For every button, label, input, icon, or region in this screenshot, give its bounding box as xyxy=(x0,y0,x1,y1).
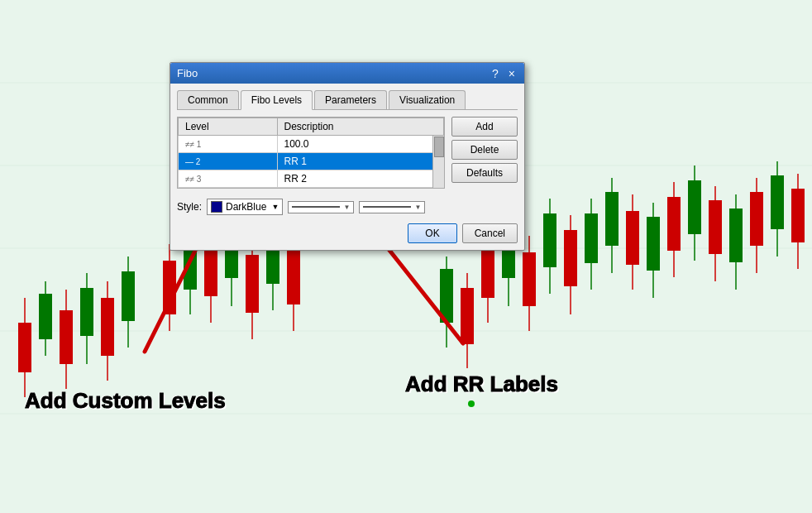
levels-table: Level Description ≠≠ 1 100.0 — xyxy=(178,117,444,188)
help-button[interactable]: ? xyxy=(490,68,501,79)
cancel-button[interactable]: Cancel xyxy=(462,223,518,243)
level-desc-3: RR 2 xyxy=(277,170,444,188)
line-preview-1 xyxy=(292,206,340,208)
color-dropdown[interactable]: DarkBlue ▼ xyxy=(207,199,283,215)
delete-button[interactable]: Delete xyxy=(451,140,518,160)
level-desc-2: RR 1 xyxy=(277,153,444,170)
dialog-title-controls: ? × xyxy=(490,68,518,79)
color-swatch xyxy=(211,201,222,213)
color-dropdown-arrow: ▼ xyxy=(271,203,279,211)
table-section: Level Description ≠≠ 1 100.0 — xyxy=(177,117,445,189)
content-area: Level Description ≠≠ 1 100.0 — xyxy=(177,117,518,189)
tab-visualization[interactable]: Visualization xyxy=(389,90,466,109)
defaults-button[interactable]: Defaults xyxy=(451,163,518,183)
dialog-title: Fibo xyxy=(177,67,198,79)
ok-button[interactable]: OK xyxy=(408,223,456,243)
chevron-down-icon-1: ▼ xyxy=(343,204,350,211)
style-row: Style: DarkBlue ▼ ▼ ▼ xyxy=(177,195,518,215)
dialog-body: Common Fibo Levels Parameters Visualizat… xyxy=(170,84,524,250)
line-style-dropdown-1[interactable]: ▼ xyxy=(288,201,354,213)
level-icon-3: ≠≠ 3 xyxy=(179,170,278,188)
tab-common[interactable]: Common xyxy=(177,90,239,109)
table-row[interactable]: ≠≠ 1 100.0 xyxy=(179,136,444,153)
color-name: DarkBlue xyxy=(226,201,266,213)
line-preview-2 xyxy=(363,206,411,208)
chevron-down-icon-2: ▼ xyxy=(414,204,421,211)
dialog-titlebar: Fibo ? × xyxy=(170,63,524,84)
dialog-overlay: Fibo ? × Common Fibo Levels Parameters V… xyxy=(0,0,812,513)
line-style-dropdown-2[interactable]: ▼ xyxy=(359,201,425,213)
level-icon-2: — 2 xyxy=(179,153,278,170)
table-row-selected[interactable]: — 2 RR 1 xyxy=(179,153,444,170)
add-button[interactable]: Add xyxy=(451,117,518,137)
table-row[interactable]: ≠≠ 3 RR 2 xyxy=(179,170,444,188)
tab-bar: Common Fibo Levels Parameters Visualizat… xyxy=(177,90,518,110)
fibo-dialog: Fibo ? × Common Fibo Levels Parameters V… xyxy=(170,62,525,251)
level-desc-1: 100.0 xyxy=(277,136,444,153)
action-buttons: Add Delete Defaults xyxy=(451,117,518,189)
close-button[interactable]: × xyxy=(506,68,518,79)
col-header-desc: Description xyxy=(277,118,444,136)
tab-parameters[interactable]: Parameters xyxy=(314,90,387,109)
col-header-level: Level xyxy=(179,118,278,136)
style-label: Style: xyxy=(177,201,202,213)
tab-fibo-levels[interactable]: Fibo Levels xyxy=(241,90,313,110)
level-icon-1: ≠≠ 1 xyxy=(179,136,278,153)
footer-buttons: OK Cancel xyxy=(177,223,518,243)
